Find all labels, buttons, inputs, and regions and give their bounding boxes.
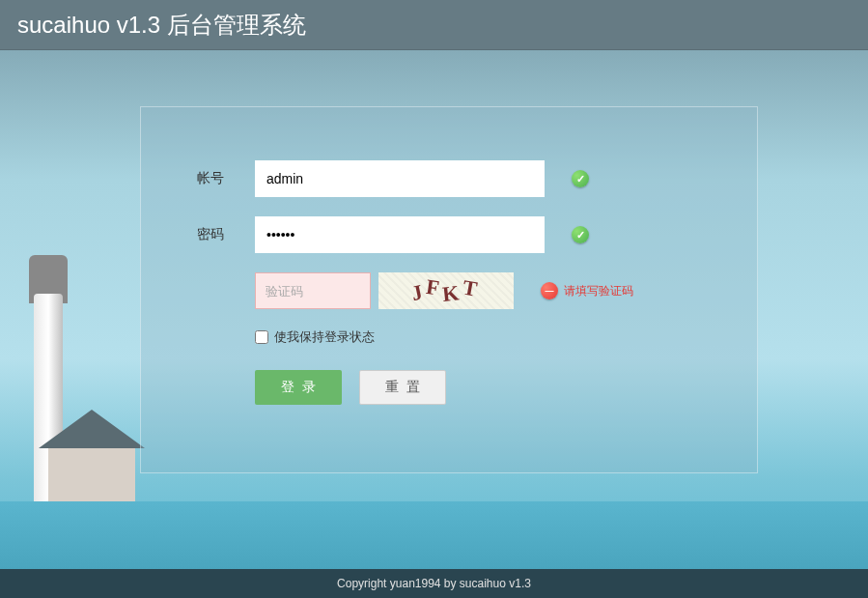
captcha-status: — 请填写验证码 (541, 282, 633, 299)
captcha-row: JFKT — 请填写验证码 (141, 272, 757, 309)
copyright-text: Copyright yuan1994 by sucaihuo v1.3 (337, 577, 531, 590)
username-label: 帐号 (197, 170, 255, 187)
reset-button[interactable]: 重置 (359, 370, 446, 405)
password-row: 密码 ✓ (141, 216, 757, 253)
password-label: 密码 (197, 226, 255, 243)
captcha-input[interactable] (255, 272, 371, 309)
login-panel: 帐号 ✓ 密码 ✓ JFKT — 请填写验证码 使我保持登录状态 登录 重置 (140, 106, 758, 473)
captcha-error-text: 请填写验证码 (564, 283, 633, 299)
button-row: 登录 重置 (141, 370, 757, 405)
password-status: ✓ (572, 226, 589, 243)
username-status: ✓ (572, 170, 589, 187)
captcha-image[interactable]: JFKT (378, 272, 514, 309)
remember-label: 使我保持登录状态 (274, 328, 375, 346)
app-title: sucaihuo v1.3 后台管理系统 (17, 10, 306, 41)
username-row: 帐号 ✓ (141, 160, 757, 197)
login-button[interactable]: 登录 (255, 370, 342, 405)
header-bar: sucaihuo v1.3 后台管理系统 (0, 0, 868, 50)
check-icon: ✓ (572, 226, 589, 243)
check-icon: ✓ (572, 170, 589, 187)
username-input[interactable] (255, 160, 545, 197)
error-icon: — (541, 282, 558, 299)
password-input[interactable] (255, 216, 545, 253)
remember-row: 使我保持登录状态 (141, 328, 757, 346)
house-roof-decoration (39, 410, 145, 448)
remember-checkbox[interactable] (255, 330, 268, 344)
water-decoration (0, 501, 868, 569)
footer: Copyright yuan1994 by sucaihuo v1.3 (0, 569, 868, 598)
